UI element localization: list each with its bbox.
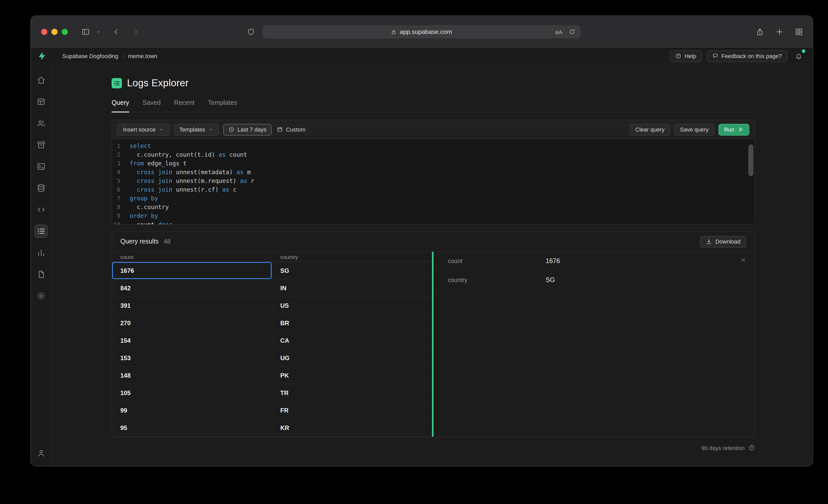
cell-count[interactable]: 153 — [112, 349, 272, 366]
cell-count[interactable]: 95 — [112, 419, 272, 436]
feedback-button[interactable]: Feedback on this page? — [706, 50, 787, 62]
date-range-segment: Last 7 days Custom — [223, 124, 310, 135]
custom-range-button[interactable]: Custom — [272, 124, 310, 135]
last-7-days-button[interactable]: Last 7 days — [223, 124, 272, 135]
cell-count[interactable]: 391 — [112, 297, 272, 314]
tab-saved[interactable]: Saved — [142, 99, 161, 112]
terminal-icon — [37, 162, 46, 171]
cell-country[interactable]: UG — [272, 349, 432, 366]
templates-label: Templates — [179, 126, 205, 133]
back-button[interactable] — [112, 28, 120, 36]
notification-badge — [802, 49, 805, 53]
cell-count[interactable]: 1676 — [112, 262, 272, 279]
cell-country[interactable]: US — [272, 297, 432, 314]
page-head: Logs Explorer — [112, 78, 755, 89]
clear-query-button[interactable]: Clear query — [630, 124, 670, 135]
sidebar-item-sql-editor[interactable] — [35, 160, 48, 173]
cell-count[interactable]: 99 — [112, 402, 272, 419]
cell-count[interactable]: 842 — [112, 279, 272, 296]
tab-recent[interactable]: Recent — [174, 99, 195, 112]
browser-window: app.supabase.com aA Supabase Dogfooding — [31, 16, 813, 466]
supabase-logo[interactable] — [31, 52, 52, 60]
insert-source-button[interactable]: Insert source — [117, 124, 169, 135]
close-detail-button[interactable] — [739, 256, 747, 264]
sidebar-item-reports[interactable] — [35, 246, 48, 260]
code-text: c.country, count(t.id) as count — [130, 150, 247, 159]
table-header: countcountry — [112, 252, 432, 262]
notifications-button[interactable] — [792, 50, 805, 62]
editor-scrollbar[interactable] — [748, 141, 753, 223]
page-settings-icon[interactable]: aA — [555, 29, 563, 35]
close-window-button[interactable] — [41, 29, 47, 35]
templates-button[interactable]: Templates — [174, 124, 219, 135]
download-icon — [706, 238, 712, 245]
sidebar-item-settings[interactable] — [35, 289, 48, 303]
privacy-shield-icon[interactable] — [247, 28, 255, 36]
zoom-window-button[interactable] — [62, 29, 68, 35]
cell-count[interactable]: 105 — [112, 384, 272, 401]
tab-overview-icon[interactable] — [795, 28, 803, 36]
code-text: cross join unnest(metadata) as m — [130, 168, 251, 177]
sidebar-item-authentication[interactable] — [35, 117, 48, 130]
cell-country[interactable]: PK — [272, 367, 432, 384]
cell-country[interactable]: BR — [272, 314, 432, 331]
sidebar-item-account[interactable] — [35, 447, 48, 460]
tab-query[interactable]: Query — [112, 99, 129, 112]
column-header-country[interactable]: country — [272, 252, 432, 262]
column-header-count[interactable]: count — [112, 252, 272, 262]
sql-editor[interactable]: 1select2 c.country, count(t.id) as count… — [112, 139, 754, 225]
cell-country[interactable]: TR — [272, 384, 432, 401]
results-table: countcountry 1676SG842IN391US270BR154CA1… — [112, 252, 432, 437]
breadcrumb: Supabase Dogfooding / meme.town — [62, 53, 157, 59]
tab-templates[interactable]: Templates — [208, 99, 237, 112]
cell-country[interactable]: CA — [272, 332, 432, 349]
chevron-down-icon[interactable] — [96, 30, 101, 34]
breadcrumb-separator: / — [122, 53, 124, 59]
sidebar-item-storage[interactable] — [35, 138, 48, 151]
breadcrumb-project[interactable]: meme.town — [128, 53, 157, 59]
table-row: 154CA — [112, 332, 432, 349]
retention-note: 90 days retention — [112, 445, 755, 463]
results-body: countcountry 1676SG842IN391US270BR154CA1… — [112, 251, 754, 437]
sidebar-item-home[interactable] — [35, 74, 48, 87]
sidebar-item-table-editor[interactable] — [35, 95, 48, 108]
cell-country[interactable]: IN — [272, 279, 432, 296]
new-tab-icon[interactable] — [775, 28, 784, 36]
question-icon[interactable] — [748, 445, 755, 451]
line-number: 1 — [112, 142, 130, 150]
cell-count[interactable]: 154 — [112, 332, 272, 349]
sidebar-item-database[interactable] — [35, 181, 48, 195]
cell-country[interactable]: SG — [272, 262, 432, 279]
scrollbar-thumb[interactable] — [748, 144, 753, 176]
share-icon[interactable] — [755, 28, 764, 36]
minimize-window-button[interactable] — [51, 29, 57, 35]
sidebar-toggle-icon[interactable] — [81, 28, 90, 36]
chevron-down-icon — [208, 127, 213, 132]
list-icon — [113, 80, 120, 87]
table-row: 1676SG — [112, 262, 432, 279]
code-line: 1select — [112, 142, 754, 150]
logs-explorer-icon — [112, 78, 122, 88]
sidebar-item-docs[interactable] — [35, 268, 48, 281]
table-row: 153UG — [112, 349, 432, 367]
breadcrumb-org[interactable]: Supabase Dogfooding — [62, 53, 118, 59]
cell-country[interactable]: FR — [272, 402, 432, 419]
app-sidebar — [31, 64, 52, 466]
line-number: 9 — [112, 212, 130, 220]
cell-count[interactable]: 148 — [112, 367, 272, 384]
cell-country[interactable]: KR — [272, 419, 432, 436]
url-bar[interactable]: app.supabase.com aA — [262, 25, 581, 39]
desktop: app.supabase.com aA Supabase Dogfooding — [0, 0, 828, 504]
sidebar-item-logs-explorer[interactable] — [35, 225, 48, 238]
line-number: 8 — [112, 203, 130, 212]
sidebar-item-api[interactable] — [35, 203, 48, 216]
line-number: 10 — [112, 220, 130, 225]
cell-count[interactable]: 270 — [112, 314, 272, 331]
reload-icon[interactable] — [569, 29, 576, 35]
download-button[interactable]: Download — [700, 236, 746, 247]
run-button[interactable]: Run — [718, 124, 749, 135]
save-query-button[interactable]: Save query — [674, 124, 714, 135]
forward-button[interactable] — [132, 28, 140, 36]
feedback-icon — [712, 53, 718, 59]
help-button[interactable]: Help — [670, 50, 702, 62]
